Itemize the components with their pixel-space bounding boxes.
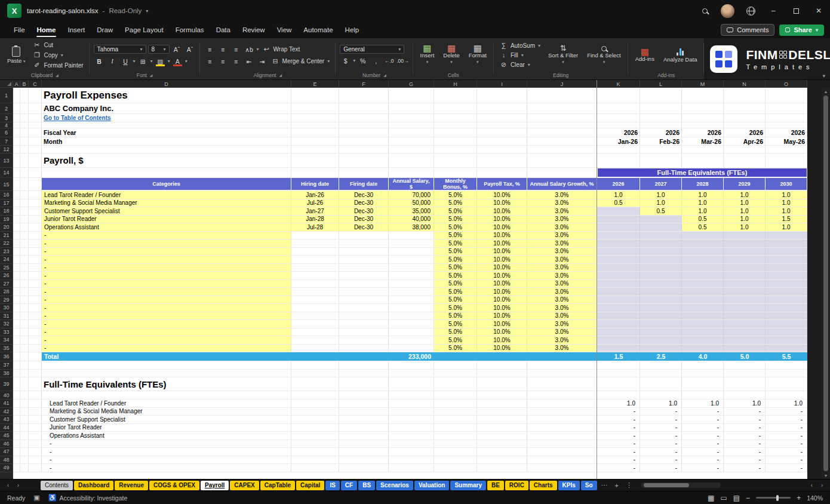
- row-header-13[interactable]: 13: [0, 153, 13, 168]
- row-header-23[interactable]: 23: [0, 248, 13, 256]
- cell-M26[interactable]: [682, 272, 724, 279]
- cell-G19[interactable]: 40,000: [389, 216, 434, 223]
- cell-J22[interactable]: 3.0%: [527, 239, 597, 247]
- cut-button[interactable]: ✂Cut: [31, 41, 85, 50]
- cell-N15[interactable]: 2029: [724, 178, 766, 190]
- row-header-29[interactable]: 29: [0, 296, 13, 305]
- cell-L25[interactable]: [640, 264, 682, 272]
- network-status-button[interactable]: [739, 0, 762, 21]
- cell-J19[interactable]: 3.0%: [527, 216, 597, 223]
- fiscal-year-label[interactable]: Fiscal Year: [42, 128, 291, 137]
- cell-J28[interactable]: 3.0%: [527, 288, 597, 296]
- cell-L31[interactable]: [640, 312, 682, 320]
- cell-O45[interactable]: -: [766, 432, 807, 440]
- cell-K48[interactable]: -: [597, 456, 640, 464]
- cell-H21[interactable]: 5.0%: [434, 232, 477, 239]
- align-center-button[interactable]: ≡: [217, 56, 229, 66]
- cell-K6[interactable]: 2026: [597, 128, 640, 137]
- cell-K32[interactable]: [597, 320, 640, 328]
- cell-N21[interactable]: [724, 232, 766, 239]
- cell-K16[interactable]: 1.0: [597, 191, 640, 199]
- analyze-data-button[interactable]: Analyze Data: [660, 48, 700, 63]
- cell-L36[interactable]: 2.5: [640, 352, 682, 361]
- cell-I33[interactable]: 10.0%: [477, 328, 527, 336]
- cell-J25[interactable]: 3.0%: [527, 264, 597, 272]
- cell-M22[interactable]: [682, 239, 724, 247]
- cell-H18[interactable]: 5.0%: [434, 207, 477, 215]
- sheet-tab-revenue[interactable]: Revenue: [115, 481, 148, 490]
- cell-M20[interactable]: 0.5: [682, 223, 724, 231]
- cell-K23[interactable]: [597, 248, 640, 256]
- cell-K41[interactable]: 1.0: [597, 399, 640, 407]
- sheet-tab-bs[interactable]: BS: [358, 481, 375, 490]
- cell-L34[interactable]: [640, 336, 682, 344]
- cell-O21[interactable]: [766, 232, 807, 239]
- cell-N22[interactable]: [724, 239, 766, 247]
- menu-item-review[interactable]: Review: [237, 24, 270, 36]
- cell-J21[interactable]: 3.0%: [527, 232, 597, 239]
- cell-L22[interactable]: [640, 239, 682, 247]
- cell-L24[interactable]: [640, 256, 682, 263]
- cell-K27[interactable]: [597, 280, 640, 288]
- sort-filter-button[interactable]: ⇅Sort & Filter▾: [545, 45, 581, 66]
- tab-options-button[interactable]: ⋮: [623, 481, 635, 489]
- percent-format-button[interactable]: %: [357, 56, 368, 66]
- format-cells-button[interactable]: ▦Format▾: [466, 45, 490, 66]
- row-header-35[interactable]: 35: [0, 345, 13, 353]
- cell-F18[interactable]: Dec-30: [339, 207, 389, 215]
- cell-L23[interactable]: [640, 248, 682, 256]
- sheet-tab-summary[interactable]: Summary: [450, 481, 486, 490]
- cell-M17[interactable]: 1.0: [682, 199, 724, 207]
- cell-M23[interactable]: [682, 248, 724, 256]
- cell-D20[interactable]: Operations Assistant: [42, 223, 291, 231]
- cell-K26[interactable]: [597, 272, 640, 279]
- find-select-button[interactable]: Find & Select▾: [584, 45, 624, 66]
- cell-H34[interactable]: 5.0%: [434, 336, 477, 344]
- maximize-button[interactable]: [785, 0, 807, 21]
- zoom-level[interactable]: 140%: [807, 494, 823, 502]
- cell-M18[interactable]: 1.0: [682, 207, 724, 215]
- cell-M6[interactable]: 2026: [682, 128, 724, 137]
- cell-L6[interactable]: 2026: [640, 128, 682, 137]
- cell-L48[interactable]: -: [640, 456, 682, 464]
- cell-J31[interactable]: 3.0%: [527, 312, 597, 320]
- column-header-O[interactable]: O: [766, 80, 807, 88]
- bold-button[interactable]: B: [94, 56, 105, 66]
- column-header-F[interactable]: F: [339, 80, 389, 88]
- macro-record-icon[interactable]: ▣: [33, 494, 39, 502]
- font-dialog-launcher[interactable]: ◢: [150, 73, 153, 77]
- cell-O33[interactable]: [766, 328, 807, 336]
- cell-O20[interactable]: 1.0: [766, 223, 807, 231]
- cell-D43[interactable]: Customer Support Specialist: [42, 416, 291, 423]
- cell-D23[interactable]: -: [42, 248, 291, 256]
- cell-D35[interactable]: -: [42, 345, 291, 352]
- cell-K30[interactable]: [597, 304, 640, 312]
- row-header-41[interactable]: 41: [0, 399, 13, 408]
- cell-L46[interactable]: -: [640, 440, 682, 448]
- cell-M34[interactable]: [682, 336, 724, 344]
- cell-M35[interactable]: [682, 345, 724, 352]
- row-header-4[interactable]: 4: [0, 122, 13, 128]
- sheet-tab-contents[interactable]: Contents: [41, 481, 73, 490]
- cell-M28[interactable]: [682, 288, 724, 296]
- cell-J20[interactable]: 3.0%: [527, 223, 597, 231]
- cell-D45[interactable]: Operations Assistant: [42, 432, 291, 440]
- cell-I15[interactable]: Payroll Tax, %: [477, 178, 527, 190]
- cell-M33[interactable]: [682, 328, 724, 336]
- cell-M15[interactable]: 2028: [682, 178, 724, 190]
- cell-D44[interactable]: Junior Tarot Reader: [42, 424, 291, 432]
- accessibility-status[interactable]: Accessibility: Investigate: [60, 494, 128, 502]
- cell-N25[interactable]: [724, 264, 766, 272]
- cell-D19[interactable]: Junior Tarot Reader: [42, 216, 291, 223]
- cell-I25[interactable]: 10.0%: [477, 264, 527, 272]
- cell-H17[interactable]: 5.0%: [434, 199, 477, 207]
- cell-L49[interactable]: -: [640, 464, 682, 472]
- column-header-N[interactable]: N: [724, 80, 766, 88]
- cell-I17[interactable]: 10.0%: [477, 199, 527, 207]
- cell-N35[interactable]: [724, 345, 766, 352]
- cell-L33[interactable]: [640, 328, 682, 336]
- zoom-slider-thumb[interactable]: [776, 495, 779, 501]
- cell-E19[interactable]: Jan-28: [291, 216, 339, 223]
- paste-button[interactable]: Paste ▾: [4, 46, 28, 65]
- row-header-24[interactable]: 24: [0, 256, 13, 264]
